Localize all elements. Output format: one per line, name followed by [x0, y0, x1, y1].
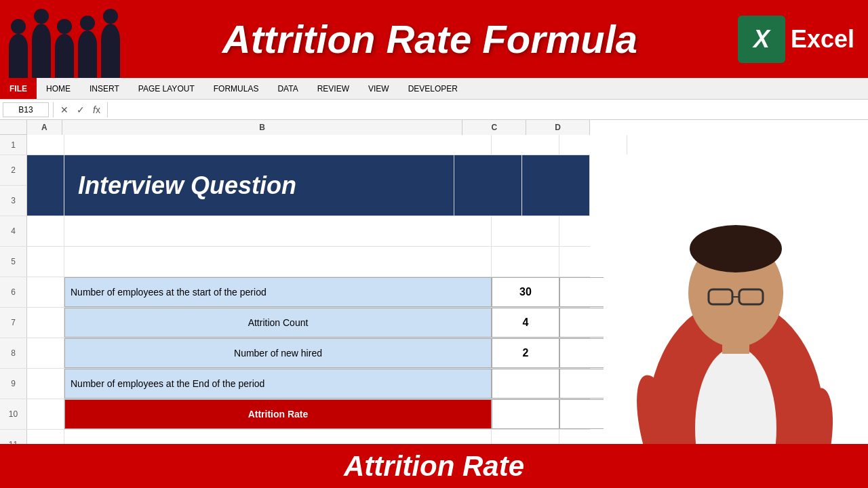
row-number-6: 6: [0, 277, 27, 307]
cell-b10-attrition-rate[interactable]: Attrition Rate: [64, 399, 492, 429]
table-row: 5: [0, 247, 590, 277]
formula-separator: [53, 102, 54, 117]
label-new-hired: Number of new hired: [234, 348, 322, 359]
excel-icon: X: [738, 16, 785, 63]
table-row: 9 Number of employees at the End of the …: [0, 369, 590, 399]
formula-input[interactable]: [112, 102, 865, 117]
cell-d-header[interactable]: [522, 155, 590, 216]
col-header-d: D: [526, 120, 590, 135]
bottom-bar: Attrition Rate: [0, 444, 868, 488]
col-header-b: B: [62, 120, 463, 135]
ribbon-tab-data[interactable]: DATA: [268, 78, 307, 99]
cell-a1[interactable]: [27, 135, 64, 155]
cell-c7-value[interactable]: 4: [492, 308, 559, 338]
ribbon-tab-developer[interactable]: DEVELOPER: [399, 78, 467, 99]
table-row: 7 Attrition Count 4: [0, 308, 590, 338]
person-4: [78, 30, 97, 78]
person-1: [9, 34, 28, 78]
interview-question-cell[interactable]: Interview Question: [64, 155, 454, 216]
cell-c5[interactable]: [492, 247, 559, 277]
banner-people: [7, 3, 122, 78]
excel-badge: X Excel: [738, 16, 854, 63]
table-row: 6 Number of employees at the start of th…: [0, 277, 590, 308]
confirm-formula-icon[interactable]: ✓: [74, 104, 87, 115]
interview-question-text: Interview Question: [78, 171, 296, 200]
cell-a4[interactable]: [27, 216, 64, 246]
cell-c1[interactable]: [492, 135, 559, 155]
cell-b8-label[interactable]: Number of new hired: [64, 338, 492, 368]
table-row: 1: [0, 135, 590, 155]
corner-cell: [0, 120, 27, 134]
bottom-label: Attrition Rate: [344, 450, 524, 483]
cell-a10[interactable]: [27, 399, 64, 429]
table-row: 10 Attrition Rate: [0, 399, 590, 430]
person-3: [55, 34, 74, 78]
insert-function-icon[interactable]: fx: [90, 104, 103, 115]
formula-bar: B13 ✕ ✓ fx: [0, 100, 868, 120]
cell-a8[interactable]: [27, 338, 64, 368]
ribbon-tab-page-layout[interactable]: PAGE LAYOUT: [129, 78, 204, 99]
person-2: [32, 24, 51, 78]
row-number-4: 4: [0, 216, 27, 246]
cancel-formula-icon[interactable]: ✕: [58, 104, 71, 115]
svg-point-4: [690, 225, 782, 272]
label-employees-start: Number of employees at the start of the …: [71, 287, 267, 298]
cell-c8-value[interactable]: 2: [492, 338, 559, 368]
row-number-10: 10: [0, 399, 27, 429]
formula-separator-2: [107, 102, 108, 117]
cell-a-header[interactable]: [27, 155, 64, 216]
row-number-5: 5: [0, 247, 27, 277]
label-attrition-rate: Attrition Rate: [248, 409, 309, 420]
cell-a6[interactable]: [27, 277, 64, 307]
row-number-9: 9: [0, 369, 27, 399]
cell-b4[interactable]: [64, 216, 492, 246]
spreadsheet-wrapper: A B C D 1 2 3 Interview Question: [0, 120, 590, 488]
value-attrition-count: 4: [523, 317, 529, 329]
cell-reference-input[interactable]: B13: [3, 102, 49, 117]
cell-a5[interactable]: [27, 247, 64, 277]
cell-c6-value[interactable]: 30: [492, 277, 559, 307]
cell-c9-value[interactable]: [492, 369, 559, 399]
col-header-a: A: [27, 120, 62, 135]
col-header-c: C: [462, 120, 526, 135]
excel-text: Excel: [791, 25, 854, 54]
ribbon: FILE HOME INSERT PAGE LAYOUT FORMULAS DA…: [0, 78, 868, 100]
ribbon-tab-formulas[interactable]: FORMULAS: [204, 78, 269, 99]
person-5: [101, 24, 120, 78]
value-new-hired: 2: [523, 347, 529, 359]
row-number-2: 2: [0, 155, 27, 186]
banner: Attrition Rate Formula X Excel: [0, 0, 868, 78]
ribbon-tab-view[interactable]: VIEW: [359, 78, 399, 99]
table-row: 4: [0, 216, 590, 247]
cell-b9-label[interactable]: Number of employees at the End of the pe…: [64, 369, 492, 399]
row-number: 1: [0, 135, 27, 155]
cell-b7-label[interactable]: Attrition Count: [64, 308, 492, 338]
row-number-8: 8: [0, 338, 27, 368]
label-attrition-count: Attrition Count: [248, 317, 309, 328]
value-employees-start: 30: [519, 286, 532, 298]
ribbon-tab-file[interactable]: FILE: [0, 78, 37, 99]
column-headers: A B C D: [0, 120, 590, 135]
cell-d1[interactable]: [559, 135, 627, 155]
table-row: 8 Number of new hired 2: [0, 338, 590, 369]
interview-question-block: 2 3 Interview Question: [0, 155, 590, 216]
cell-b5[interactable]: [64, 247, 492, 277]
row-number-7: 7: [0, 308, 27, 338]
cell-a9[interactable]: [27, 369, 64, 399]
cell-c10-value[interactable]: [492, 399, 559, 429]
cell-c-header[interactable]: [454, 155, 522, 216]
ribbon-tab-review[interactable]: REVIEW: [308, 78, 359, 99]
cell-b6-label[interactable]: Number of employees at the start of the …: [64, 277, 492, 307]
banner-title: Attrition Rate Formula: [122, 16, 738, 62]
ribbon-tab-home[interactable]: HOME: [37, 78, 80, 99]
row-number-3: 3: [0, 186, 27, 216]
label-employees-end: Number of employees at the End of the pe…: [71, 378, 264, 389]
cell-a7[interactable]: [27, 308, 64, 338]
cell-b1[interactable]: [64, 135, 492, 155]
cell-c4[interactable]: [492, 216, 559, 246]
ribbon-tab-insert[interactable]: INSERT: [80, 78, 129, 99]
content-wrapper: A B C D 1 2 3 Interview Question: [0, 120, 868, 488]
